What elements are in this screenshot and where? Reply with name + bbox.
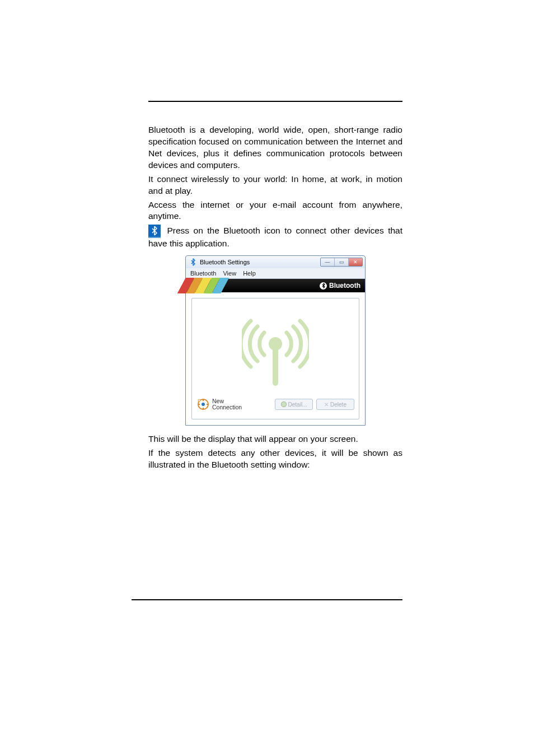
window-buttons-group: — ▭ ✕ bbox=[320, 258, 363, 267]
delete-button[interactable]: ✕ Delete bbox=[316, 399, 354, 410]
horizontal-rule-bottom bbox=[132, 599, 402, 600]
close-button[interactable]: ✕ bbox=[348, 258, 362, 266]
maximize-button[interactable]: ▭ bbox=[334, 258, 348, 266]
document-page: Bluetooth is a developing, world wide, o… bbox=[0, 0, 534, 756]
brand-strip: Bluetooth bbox=[186, 279, 365, 292]
window-titlebar: Bluetooth Settings — ▭ ✕ bbox=[186, 256, 365, 268]
bluetooth-logo-icon bbox=[320, 282, 327, 290]
menu-view[interactable]: View bbox=[223, 270, 236, 277]
screenshot-container: Bluetooth Settings — ▭ ✕ Bluetooth View … bbox=[148, 255, 402, 426]
signal-icon bbox=[242, 309, 309, 395]
svg-rect-1 bbox=[273, 347, 278, 386]
paragraph-access: Access the internet or your e-mail accou… bbox=[148, 199, 402, 223]
window-content-panel: NewConnection Detail... ✕ Delete bbox=[186, 292, 365, 425]
bluetooth-settings-window: Bluetooth Settings — ▭ ✕ Bluetooth View … bbox=[185, 255, 366, 426]
menu-bluetooth[interactable]: Bluetooth bbox=[190, 270, 216, 277]
window-title: Bluetooth Settings bbox=[200, 259, 250, 265]
minimize-button[interactable]: — bbox=[321, 258, 334, 266]
info-icon bbox=[281, 402, 287, 407]
menu-help[interactable]: Help bbox=[243, 270, 256, 277]
svg-point-3 bbox=[202, 403, 205, 406]
detail-button[interactable]: Detail... bbox=[275, 399, 313, 410]
horizontal-rule-top bbox=[148, 101, 402, 102]
new-connection-label: NewConnection bbox=[212, 398, 242, 410]
new-connection-icon bbox=[196, 398, 210, 411]
paragraph-detects: If the system detects any other devices,… bbox=[148, 447, 402, 471]
bluetooth-tray-icon bbox=[148, 225, 161, 238]
paragraph-press-icon-text: Press on the Bluetooth icon to connect o… bbox=[148, 226, 402, 248]
delete-x-icon: ✕ bbox=[324, 402, 329, 408]
brand-text: Bluetooth bbox=[329, 282, 360, 290]
paragraph-intro: Bluetooth is a developing, world wide, o… bbox=[148, 124, 402, 171]
paragraph-wireless: It connect wirelessly to your world: In … bbox=[148, 174, 402, 197]
bluetooth-app-icon bbox=[189, 258, 197, 266]
color-ribbon-icon bbox=[177, 278, 229, 293]
paragraph-press-icon: Press on the Bluetooth icon to connect o… bbox=[148, 225, 402, 250]
bottom-toolbar: NewConnection Detail... ✕ Delete bbox=[192, 395, 359, 411]
devices-box: NewConnection Detail... ✕ Delete bbox=[191, 298, 359, 419]
new-connection-button[interactable]: NewConnection bbox=[196, 398, 242, 411]
bluetooth-brand-label: Bluetooth bbox=[320, 282, 360, 290]
paragraph-display: This will be the display that will appea… bbox=[148, 433, 402, 445]
